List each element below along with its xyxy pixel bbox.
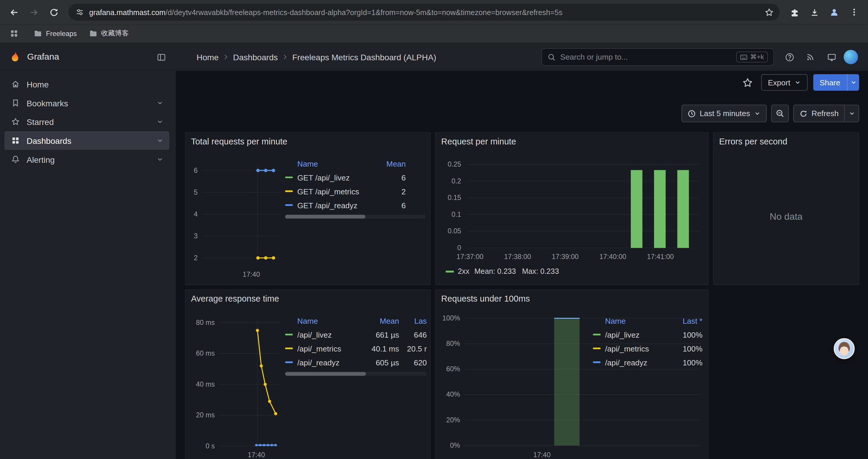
time-range-picker[interactable]: Last 5 minutes	[681, 104, 767, 122]
legend-row[interactable]: GET /api/_readyz 6	[285, 198, 426, 212]
svg-text:Max: 0.233: Max: 0.233	[522, 267, 559, 275]
legend-row[interactable]: /api/_readyz 605 µs 620	[285, 355, 427, 369]
legend-row[interactable]: /api/_livez 100%	[593, 328, 703, 341]
breadcrumb-dashboards[interactable]: Dashboards	[233, 52, 278, 62]
bookmarks-bar: Freeleaps 收藏博客	[0, 24, 868, 43]
series-color-swatch	[285, 190, 293, 192]
display-button[interactable]	[823, 48, 840, 66]
grafana-logo[interactable]	[9, 51, 21, 63]
user-avatar[interactable]	[844, 50, 858, 64]
chevron-down-icon[interactable]	[156, 137, 164, 144]
svg-text:4: 4	[194, 210, 198, 218]
url-bar[interactable]: grafana.mathmast.com/d/deytv4rwavabkb/fr…	[68, 4, 779, 21]
refresh-interval-dropdown[interactable]	[845, 104, 859, 122]
legend-col-name[interactable]: Name	[605, 317, 667, 326]
bookmark-star-icon[interactable]	[762, 5, 776, 19]
apps-grid-icon[interactable]	[6, 26, 22, 41]
breadcrumb-home[interactable]: Home	[196, 52, 219, 62]
sidebar-item-alerting[interactable]: Alerting	[4, 150, 169, 169]
legend-row[interactable]: /api/_readyz 100%	[593, 355, 703, 369]
home-icon	[11, 80, 20, 89]
legend-table: Name Mean GET /api/_livez 6 GET /api/_me…	[285, 157, 426, 219]
star-outline-icon	[742, 77, 753, 88]
request-per-minute-chart[interactable]: 0.250.20.150.10.05017:37:0017:38:0017:39…	[436, 133, 709, 285]
bookmark-folder-freeleaps[interactable]: Freeleaps	[29, 27, 81, 40]
svg-text:0%: 0%	[450, 441, 460, 449]
keyboard-shortcut-badge: ⌘+k	[736, 52, 768, 62]
clock-icon	[687, 109, 696, 118]
legend-scrollbar[interactable]	[285, 215, 426, 219]
legend-row[interactable]: /api/_metrics 40.1 ms 20.5 r	[285, 341, 427, 355]
nav-sidebar: Home Bookmarks Starred Dashboards Alerti…	[0, 71, 176, 459]
panel-title[interactable]: Total requests per minute	[191, 137, 287, 147]
collapse-sidebar-button[interactable]	[155, 50, 168, 64]
legend-scrollbar[interactable]	[285, 372, 427, 376]
legend-row[interactable]: /api/_metrics 100%	[593, 341, 703, 355]
scrollbar-thumb[interactable]	[285, 372, 366, 376]
browser-menu-button[interactable]	[845, 3, 864, 22]
svg-text:0: 0	[457, 244, 461, 252]
dashboard-actions: Export Share	[176, 71, 868, 91]
empty-grid-cell	[713, 290, 859, 459]
search-icon	[548, 53, 556, 61]
scrollbar-thumb[interactable]	[285, 215, 365, 219]
sidebar-item-bookmarks[interactable]: Bookmarks	[4, 94, 169, 112]
grafana-header: Grafana Home Dashboards Freeleaps Metric…	[0, 43, 868, 71]
series-name: GET /api/_readyz	[297, 201, 376, 209]
export-button[interactable]: Export	[761, 74, 807, 91]
series-last: 100%	[667, 344, 703, 353]
site-settings-icon[interactable]	[75, 8, 84, 17]
extensions-button[interactable]	[785, 3, 804, 22]
legend-col-last[interactable]: Las	[399, 317, 427, 326]
help-button[interactable]	[780, 48, 798, 66]
sidebar-item-label: Alerting	[27, 155, 55, 164]
app-title[interactable]: Grafana	[27, 52, 59, 62]
profile-person-icon	[829, 7, 839, 17]
chevron-down-icon[interactable]	[156, 118, 164, 126]
svg-text:60%: 60%	[446, 365, 460, 373]
no-data-message: No data	[713, 150, 859, 285]
chevron-down-icon[interactable]	[156, 156, 164, 163]
legend-row[interactable]: GET /api/_metrics 2	[285, 184, 426, 198]
zoom-out-button[interactable]	[771, 104, 789, 122]
legend-col-mean[interactable]: Mean	[364, 317, 399, 326]
legend-col-mean[interactable]: Mean	[376, 160, 406, 168]
browser-profile-button[interactable]	[825, 3, 844, 22]
refresh-button[interactable]: Refresh	[793, 104, 845, 122]
panel-request-per-minute: Request per minute 0.250.20.150.10.05017…	[435, 132, 709, 285]
share-button[interactable]: Share	[813, 74, 847, 91]
panel-title[interactable]: Errors per second	[719, 137, 787, 147]
reload-button[interactable]	[44, 3, 63, 22]
favorite-dashboard-button[interactable]	[739, 74, 756, 91]
back-button[interactable]	[4, 3, 23, 22]
legend-col-last[interactable]: Last *	[667, 317, 703, 326]
series-name: /api/_metrics	[605, 344, 667, 353]
panel-title[interactable]: Average response time	[191, 294, 279, 304]
chevron-right-icon	[282, 54, 288, 60]
series-last: 100%	[667, 358, 703, 366]
legend-row[interactable]: GET /api/_livez 6	[285, 170, 426, 184]
chevron-down-icon[interactable]	[156, 99, 164, 107]
sidebar-item-home[interactable]: Home	[4, 75, 169, 94]
sidebar-item-dashboards[interactable]: Dashboards	[4, 131, 169, 150]
breadcrumb-current-dashboard[interactable]: Freeleaps Metrics Dashboard (ALPHA)	[292, 52, 436, 62]
legend-header-row: Name Mean Las	[285, 314, 427, 328]
series-color-swatch	[593, 347, 601, 350]
legend-col-name[interactable]: Name	[297, 160, 376, 168]
forward-button[interactable]	[24, 3, 43, 22]
series-color-swatch	[285, 347, 293, 350]
legend-col-name[interactable]: Name	[297, 317, 364, 326]
downloads-button[interactable]	[805, 3, 824, 22]
legend-row[interactable]: /api/_livez 661 µs 646	[285, 328, 427, 341]
assistant-avatar[interactable]	[834, 338, 855, 359]
search-input[interactable]: Search or jump to... ⌘+k	[541, 48, 774, 66]
panel-title[interactable]: Request per minute	[441, 137, 516, 147]
bookmark-folder-blogs[interactable]: 收藏博客	[85, 26, 133, 41]
sidebar-item-starred[interactable]: Starred	[4, 112, 169, 131]
share-dropdown-button[interactable]	[847, 74, 859, 91]
panel-title[interactable]: Requests under 100ms	[441, 294, 530, 304]
news-button[interactable]	[802, 48, 819, 66]
series-name: /api/_livez	[297, 330, 364, 339]
series-color-swatch	[593, 333, 601, 335]
svg-text:17:40: 17:40	[243, 270, 260, 278]
